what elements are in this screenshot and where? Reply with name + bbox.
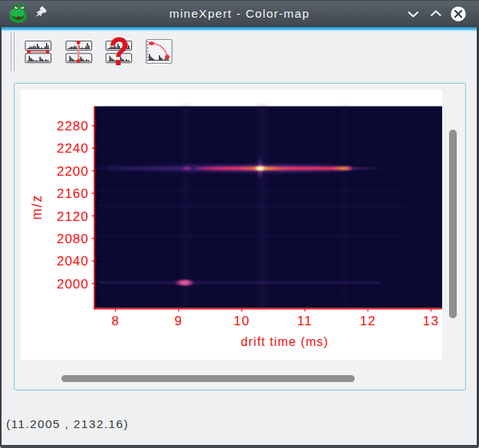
svg-text:m/z: m/z [30,194,45,220]
svg-text:2280: 2280 [57,119,88,133]
svg-text:13: 13 [423,314,439,328]
svg-text:10: 10 [233,314,249,328]
svg-text:11: 11 [297,314,312,328]
svg-text:drift time (ms): drift time (ms) [241,335,329,348]
svg-text:2040: 2040 [57,254,88,268]
svg-text:?: ? [109,31,130,73]
svg-text:2160: 2160 [57,186,88,201]
svg-text:2240: 2240 [57,141,88,156]
svg-text:12: 12 [360,314,376,328]
svg-text:2120: 2120 [57,209,88,224]
svg-text:2200: 2200 [57,164,88,179]
svg-text:9: 9 [174,314,183,328]
svg-text:2080: 2080 [57,232,88,246]
svg-text:8: 8 [111,314,120,328]
svg-text:2000: 2000 [57,277,88,292]
